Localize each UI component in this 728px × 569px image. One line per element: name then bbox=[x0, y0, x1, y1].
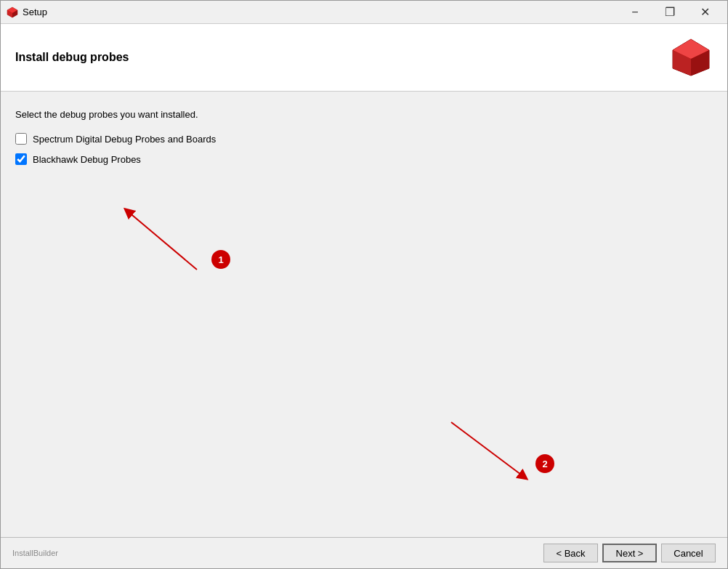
cancel-button[interactable]: Cancel bbox=[661, 544, 716, 562]
next-button[interactable]: Next > bbox=[602, 544, 657, 562]
instruction-text: Select the debug probes you want install… bbox=[15, 109, 713, 120]
blackhawk-checkbox-item: Blackhawk Debug Probes bbox=[15, 153, 713, 165]
close-button[interactable]: ✕ bbox=[688, 1, 721, 23]
title-bar: Setup − ❐ ✕ bbox=[1, 1, 727, 24]
spectrum-label[interactable]: Spectrum Digital Debug Probes and Boards bbox=[33, 134, 216, 145]
app-icon bbox=[7, 7, 18, 18]
window-title: Setup bbox=[23, 7, 618, 17]
maximize-button[interactable]: ❐ bbox=[653, 1, 687, 23]
page-title: Install debug probes bbox=[15, 51, 129, 64]
svg-line-11 bbox=[451, 422, 524, 477]
svg-line-8 bbox=[128, 211, 197, 270]
footer-brand: InstallBuilder bbox=[12, 549, 543, 557]
spectrum-checkbox-item: Spectrum Digital Debug Probes and Boards bbox=[15, 133, 713, 145]
setup-window: Setup − ❐ ✕ Install debug probes Select … bbox=[0, 0, 728, 569]
blackhawk-checkbox[interactable] bbox=[15, 153, 27, 165]
brand-logo bbox=[669, 36, 713, 79]
spectrum-checkbox[interactable] bbox=[15, 133, 27, 145]
main-content: Select the debug probes you want install… bbox=[1, 92, 727, 537]
minimize-button[interactable]: − bbox=[618, 1, 652, 23]
header-section: Install debug probes bbox=[1, 24, 727, 92]
footer-buttons: < Back Next > Cancel bbox=[543, 544, 716, 562]
footer: InstallBuilder < Back Next > Cancel bbox=[1, 537, 727, 568]
annotation-badge-1: 1 bbox=[211, 250, 230, 269]
annotation-badge-2: 2 bbox=[535, 454, 554, 473]
blackhawk-label[interactable]: Blackhawk Debug Probes bbox=[33, 154, 141, 165]
window-controls: − ❐ ✕ bbox=[618, 1, 721, 23]
back-button[interactable]: < Back bbox=[543, 544, 598, 562]
